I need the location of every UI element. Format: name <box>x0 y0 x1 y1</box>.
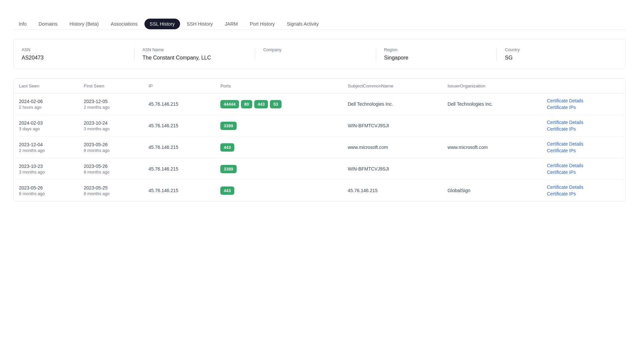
port-badge: 443 <box>254 100 268 108</box>
cert-details-link-1[interactable]: Certificate Details <box>547 120 620 125</box>
info-card: ASN AS20473 ASN Name The Constant Compan… <box>13 39 626 69</box>
col-header-issuer-organization: IssuerOrganization <box>442 79 541 93</box>
cell-ip-4: 45.76.146.215 <box>143 180 215 201</box>
cert-ips-link-4[interactable]: Certificate IPs <box>547 191 620 196</box>
tab-ssl-history[interactable]: SSL History <box>144 19 180 29</box>
cell-ip-0: 45.76.146.215 <box>143 93 215 115</box>
tab-history-beta[interactable]: History (Beta) <box>64 19 104 29</box>
info-field-company: Company <box>263 47 376 61</box>
cert-ips-link-2[interactable]: Certificate IPs <box>547 148 620 153</box>
cell-ports-4: 443 <box>215 180 342 201</box>
info-label-country: Country <box>505 47 609 52</box>
cell-ports-1: 3389 <box>215 115 342 137</box>
table-row: 2024-02-06 2 hours ago 2023-12-05 2 mont… <box>14 93 625 115</box>
cell-subject-cn-1: WIN-BFMTCVJ9SJI <box>342 115 442 137</box>
cell-ip-2: 45.76.146.215 <box>143 137 215 158</box>
tab-jarm[interactable]: JARM <box>219 19 243 29</box>
tab-domains[interactable]: Domains <box>33 19 63 29</box>
cell-last-seen-3: 2023-10-23 3 months ago <box>14 158 79 180</box>
table-body: 2024-02-06 2 hours ago 2023-12-05 2 mont… <box>14 93 625 201</box>
cell-first-seen-3: 2023-05-26 8 months ago <box>79 158 143 180</box>
cell-actions-0: Certificate Details Certificate IPs <box>541 93 625 115</box>
cell-ports-3: 3389 <box>215 158 342 180</box>
cell-ip-1: 45.76.146.215 <box>143 115 215 137</box>
table-row: 2023-10-23 3 months ago 2023-05-26 8 mon… <box>14 158 625 180</box>
cell-last-seen-2: 2023-12-04 2 months ago <box>14 137 79 158</box>
info-field-country: Country SG <box>505 47 617 61</box>
cert-details-link-4[interactable]: Certificate Details <box>547 184 620 190</box>
port-badge: 53 <box>270 100 281 108</box>
cell-subject-cn-3: WIN-BFMTCVJ9SJI <box>342 158 442 180</box>
info-label-company: Company <box>263 47 368 52</box>
cert-details-link-2[interactable]: Certificate Details <box>547 141 620 147</box>
cell-ports-2: 443 <box>215 137 342 158</box>
table-row: 2024-02-03 3 days ago 2023-10-24 3 month… <box>14 115 625 137</box>
cert-details-link-0[interactable]: Certificate Details <box>547 98 620 103</box>
tab-port-history[interactable]: Port History <box>245 19 280 29</box>
cell-actions-1: Certificate Details Certificate IPs <box>541 115 625 137</box>
port-badge: 3389 <box>220 122 236 130</box>
cell-issuer-org-2: www.microsoft.com <box>442 137 541 158</box>
port-badge: 443 <box>220 143 234 152</box>
table-header: Last SeenFirst SeenIPPortsSubjectCommonN… <box>14 79 625 93</box>
cert-ips-link-0[interactable]: Certificate IPs <box>547 105 620 110</box>
info-field-asn: ASN AS20473 <box>22 47 134 61</box>
cell-first-seen-2: 2023-05-26 8 months ago <box>79 137 143 158</box>
table-row: 2023-05-26 8 months ago 2023-05-25 8 mon… <box>14 180 625 201</box>
tab-signals-activity[interactable]: Signals Activity <box>282 19 324 29</box>
cell-subject-cn-2: www.microsoft.com <box>342 137 442 158</box>
cert-details-link-3[interactable]: Certificate Details <box>547 163 620 168</box>
col-header-last-seen: Last Seen <box>14 79 79 93</box>
port-badge: 3389 <box>220 165 236 173</box>
cell-issuer-org-0: Dell Technologies Inc. <box>442 93 541 115</box>
port-badge: 80 <box>241 100 252 108</box>
info-value-region: Singapore <box>384 55 489 61</box>
cell-first-seen-1: 2023-10-24 3 months ago <box>79 115 143 137</box>
tab-info[interactable]: Info <box>13 19 32 29</box>
cell-subject-cn-4: 45.76.146.215 <box>342 180 442 201</box>
col-header-actions <box>541 79 625 93</box>
tab-associations[interactable]: Associations <box>106 19 143 29</box>
cell-last-seen-4: 2023-05-26 8 months ago <box>14 180 79 201</box>
cell-first-seen-4: 2023-05-25 8 months ago <box>79 180 143 201</box>
cell-subject-cn-0: Dell Technologies Inc. <box>342 93 442 115</box>
port-badge: 443 <box>220 186 234 195</box>
info-field-region: Region Singapore <box>384 47 497 61</box>
cell-ports-0: 444448044353 <box>215 93 342 115</box>
cell-last-seen-1: 2024-02-03 3 days ago <box>14 115 79 137</box>
cell-first-seen-0: 2023-12-05 2 months ago <box>79 93 143 115</box>
cell-actions-3: Certificate Details Certificate IPs <box>541 158 625 180</box>
cert-ips-link-1[interactable]: Certificate IPs <box>547 126 620 132</box>
col-header-ip: IP <box>143 79 215 93</box>
tab-ssh-history[interactable]: SSH History <box>181 19 218 29</box>
port-badge: 44444 <box>220 100 239 108</box>
cell-actions-2: Certificate Details Certificate IPs <box>541 137 625 158</box>
cell-ip-3: 45.76.146.215 <box>143 158 215 180</box>
info-label-region: Region <box>384 47 489 52</box>
info-value-asn: AS20473 <box>22 55 126 61</box>
col-header-subject-common-name: SubjectCommonName <box>342 79 442 93</box>
info-label-asn-name: ASN Name <box>142 47 247 52</box>
col-header-first-seen: First Seen <box>79 79 143 93</box>
ssl-history-table: Last SeenFirst SeenIPPortsSubjectCommonN… <box>13 78 626 201</box>
cell-issuer-org-3 <box>442 158 541 180</box>
info-label-asn: ASN <box>22 47 126 52</box>
info-value-asn-name: The Constant Company, LLC <box>142 55 247 61</box>
table-row: 2023-12-04 2 months ago 2023-05-26 8 mon… <box>14 137 625 158</box>
tab-bar: InfoDomainsHistory (Beta)AssociationsSSL… <box>13 19 626 30</box>
cell-issuer-org-4: GlobalSign <box>442 180 541 201</box>
col-header-ports: Ports <box>215 79 342 93</box>
cell-actions-4: Certificate Details Certificate IPs <box>541 180 625 201</box>
cell-issuer-org-1 <box>442 115 541 137</box>
info-field-asn-name: ASN Name The Constant Company, LLC <box>142 47 255 61</box>
info-value-country: SG <box>505 55 609 61</box>
cell-last-seen-0: 2024-02-06 2 hours ago <box>14 93 79 115</box>
cert-ips-link-3[interactable]: Certificate IPs <box>547 170 620 175</box>
